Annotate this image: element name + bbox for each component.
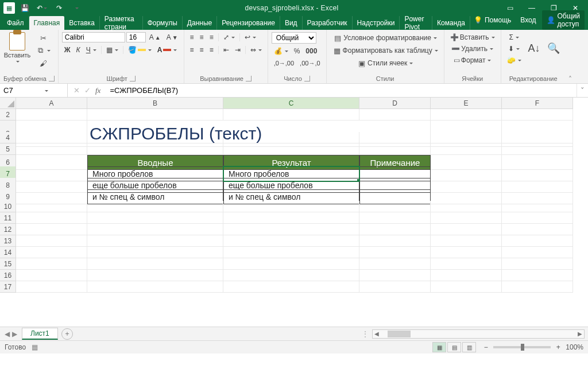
zoom-level[interactable]: 100% [566, 343, 583, 351]
cell[interactable] [431, 143, 502, 155]
format-as-table[interactable]: ▦Форматировать как таблицу [330, 45, 440, 56]
find-select[interactable]: 🔍 [545, 32, 562, 64]
cell[interactable] [16, 143, 87, 155]
cell[interactable] [502, 132, 573, 143]
comma[interactable]: 000 [303, 46, 319, 56]
tab-addins[interactable]: Надстройки [353, 16, 400, 30]
cell-reference[interactable] [3, 86, 44, 95]
align-left[interactable]: ≡ [188, 45, 196, 55]
cell[interactable] [431, 235, 502, 247]
cell[interactable] [223, 143, 359, 155]
cell[interactable] [359, 143, 431, 155]
macro-record-icon[interactable]: ▦ [32, 343, 38, 351]
align-right[interactable]: ≡ [207, 45, 216, 55]
cell[interactable] [87, 224, 223, 235]
tab-powerpivot[interactable]: Power Pivot [400, 16, 432, 30]
cell[interactable] [87, 281, 223, 293]
tab-data[interactable]: Данные [183, 16, 217, 30]
cell[interactable] [87, 143, 223, 155]
cell[interactable] [359, 224, 431, 235]
row-header-14[interactable]: 14 [0, 247, 16, 258]
indent-inc[interactable]: ⇥ [233, 45, 243, 55]
tab-formulas[interactable]: Формулы [143, 16, 183, 30]
row-header-4[interactable]: 4 [0, 132, 16, 143]
sheet-prev[interactable]: ◀ [5, 330, 10, 338]
cell[interactable] [223, 201, 359, 212]
select-all-corner[interactable] [0, 98, 16, 109]
col-header-F[interactable]: F [502, 98, 573, 109]
cell[interactable] [87, 258, 223, 270]
login[interactable]: Вход [517, 16, 539, 24]
clipboard-dialog[interactable] [49, 76, 55, 81]
shrink-font[interactable]: A▼ [164, 32, 180, 42]
cell[interactable] [16, 258, 87, 270]
cell[interactable] [16, 270, 87, 281]
cell[interactable] [16, 109, 87, 121]
cell[interactable] [223, 109, 359, 121]
col-header-B[interactable]: B [87, 98, 223, 109]
cell[interactable] [359, 235, 431, 247]
cell[interactable] [502, 258, 573, 270]
col-header-A[interactable]: A [16, 98, 87, 109]
row-header-13[interactable]: 13 [0, 235, 16, 247]
cell[interactable] [223, 132, 359, 143]
fx-icon[interactable]: fx [95, 86, 100, 95]
cell[interactable] [16, 247, 87, 258]
border-button[interactable]: ▦ [104, 45, 121, 55]
view-normal[interactable]: ▦ [432, 342, 446, 352]
col-header-E[interactable]: E [431, 98, 502, 109]
align-center[interactable]: ≡ [198, 45, 206, 55]
cell[interactable] [16, 281, 87, 293]
row-header-10[interactable]: 10 [0, 201, 16, 212]
paste-button[interactable]: Вставить [3, 32, 31, 74]
cell[interactable] [359, 212, 431, 224]
cell[interactable] [16, 224, 87, 235]
cell[interactable] [502, 212, 573, 224]
cell[interactable] [223, 212, 359, 224]
cell[interactable] [431, 247, 502, 258]
cell[interactable] [223, 224, 359, 235]
cell[interactable] [223, 235, 359, 247]
cell[interactable] [359, 201, 431, 212]
name-box[interactable] [0, 84, 68, 97]
cell[interactable] [431, 270, 502, 281]
formula-input[interactable] [106, 86, 577, 95]
conditional-format[interactable]: ▤Условное форматирование [330, 32, 440, 44]
format-painter[interactable]: 🖌 [33, 57, 53, 69]
cell[interactable] [359, 109, 431, 121]
cell[interactable] [16, 212, 87, 224]
italic-button[interactable]: К [74, 45, 83, 55]
cancel-formula[interactable]: ✕ [74, 86, 80, 95]
tab-layout[interactable]: Разметка страни [100, 16, 143, 30]
cell[interactable] [502, 281, 573, 293]
cell[interactable] [359, 258, 431, 270]
col-header-D[interactable]: D [359, 98, 431, 109]
view-page-break[interactable]: ▥ [462, 342, 476, 352]
cell[interactable] [502, 247, 573, 258]
cell-styles[interactable]: ▣Стили ячеек [330, 57, 440, 69]
tab-team[interactable]: Команда [432, 16, 470, 30]
tell-me[interactable]: 💡 Помощь [470, 16, 514, 24]
cell[interactable] [87, 247, 223, 258]
cell-C7[interactable]: Много пробелов [223, 166, 359, 181]
tab-insert[interactable]: Вставка [64, 16, 100, 30]
zoom-in[interactable]: + [554, 343, 562, 351]
cell[interactable] [87, 270, 223, 281]
cell[interactable] [87, 132, 223, 143]
copy-button[interactable]: ⧉ [33, 45, 53, 56]
tab-review[interactable]: Рецензирование [217, 16, 280, 30]
accounting[interactable]: 💰 [272, 46, 291, 56]
cells-delete[interactable]: ➖ Удалить [448, 44, 497, 54]
cell[interactable] [431, 258, 502, 270]
cell[interactable] [16, 235, 87, 247]
row-header-5[interactable]: 5 [0, 143, 16, 155]
tab-split[interactable]: ⋮ [362, 330, 369, 338]
add-sheet[interactable]: ＋ [61, 328, 73, 340]
cell[interactable] [431, 281, 502, 293]
fill[interactable]: ⬇ [505, 44, 524, 54]
number-dialog[interactable] [304, 76, 310, 81]
grow-font[interactable]: A▲ [147, 32, 163, 42]
qat-save[interactable]: 💾 [17, 2, 32, 14]
hscrollbar[interactable]: ◀▶ [372, 329, 585, 339]
cell[interactable] [431, 201, 502, 212]
